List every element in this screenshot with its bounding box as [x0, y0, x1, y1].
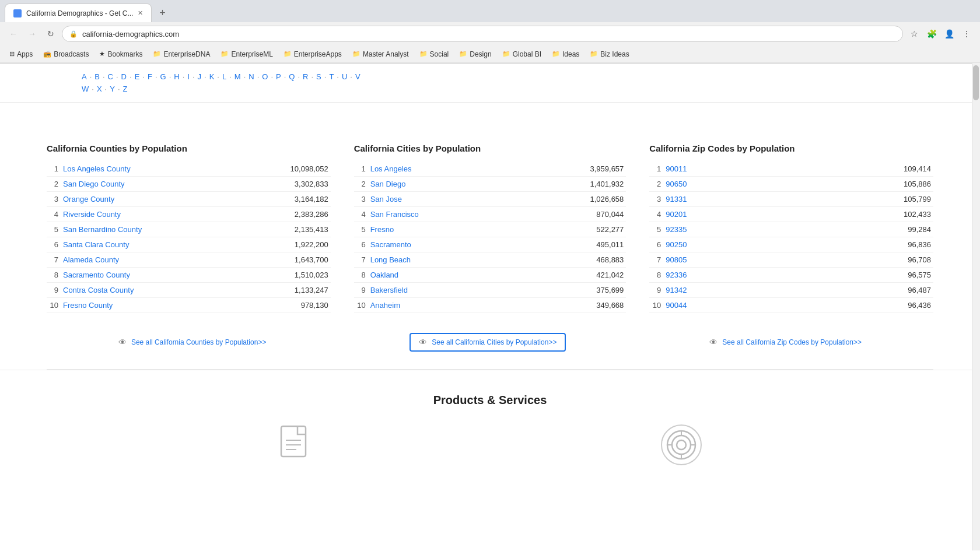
alpha-G[interactable]: G — [160, 72, 166, 81]
alpha-N[interactable]: N — [249, 72, 254, 81]
county-link[interactable]: Riverside County — [63, 210, 121, 219]
zipcode-link[interactable]: 92335 — [666, 225, 687, 234]
alpha-S[interactable]: S — [316, 72, 321, 81]
alpha-W[interactable]: W — [82, 85, 89, 93]
zipcode-link[interactable]: 90650 — [666, 180, 687, 188]
rank-cell: 6 — [47, 237, 61, 252]
table-row: 4 San Francisco 870,044 — [354, 207, 626, 222]
city-link[interactable]: San Jose — [370, 195, 402, 203]
city-link[interactable]: Fresno — [370, 225, 394, 234]
alpha-B[interactable]: B — [94, 72, 100, 81]
alpha-D[interactable]: D — [121, 72, 127, 81]
menu-button[interactable]: ⋮ — [959, 26, 974, 41]
county-link[interactable]: Santa Clara County — [63, 240, 129, 249]
bookmark-enterprisedna[interactable]: 📁 EnterpriseDNA — [149, 49, 214, 59]
bookmark-globalbi[interactable]: 📁 Global BI — [499, 49, 545, 59]
scrollbar-thumb[interactable] — [973, 65, 979, 100]
alpha-E[interactable]: E — [135, 72, 140, 81]
zipcode-link[interactable]: 91342 — [666, 286, 687, 294]
forward-button[interactable]: → — [24, 26, 40, 41]
zipcode-link[interactable]: 90011 — [666, 164, 687, 173]
alpha-M[interactable]: M — [235, 72, 241, 81]
alpha-I[interactable]: I — [187, 72, 190, 81]
bookmark-broadcasts[interactable]: 📻 Broadcasts — [40, 49, 92, 59]
active-tab[interactable]: California Demographics - Get C... ✕ — [5, 3, 152, 22]
extensions-button[interactable]: 🧩 — [924, 26, 939, 41]
refresh-button[interactable]: ↻ — [43, 26, 58, 41]
rank-cell: 1 — [354, 162, 368, 177]
population-cell: 1,133,247 — [239, 283, 330, 298]
zipcodes-title: California Zip Codes by Population — [649, 143, 933, 153]
bookmark-bizideas[interactable]: 📁 Biz Ideas — [586, 49, 632, 59]
bookmark-masteranalyst[interactable]: 📁 Master Analyst — [349, 49, 412, 59]
bookmark-enterpriseml[interactable]: 📁 EnterpriseML — [217, 49, 276, 59]
city-link[interactable]: Sacramento — [370, 240, 411, 249]
county-link[interactable]: Contra Costa County — [63, 286, 134, 294]
zipcode-link[interactable]: 92336 — [666, 271, 687, 279]
see-all-counties-link[interactable]: 👁 See all California Counties by Populat… — [118, 333, 266, 352]
alpha-H[interactable]: H — [174, 72, 179, 81]
county-link[interactable]: Sacramento County — [63, 271, 130, 279]
population-cell: 421,042 — [518, 268, 626, 283]
population-cell: 96,708 — [783, 252, 933, 268]
city-link[interactable]: Los Angeles — [370, 164, 412, 173]
tab-title: California Demographics - Get C... — [26, 9, 133, 17]
alpha-T[interactable]: T — [329, 72, 334, 81]
population-cell: 105,886 — [783, 177, 933, 192]
see-all-zipcodes-link[interactable]: 👁 See all California Zip Codes by Popula… — [709, 333, 862, 352]
zipcode-link[interactable]: 90250 — [666, 240, 687, 249]
zipcode-name-cell: 92335 — [663, 222, 783, 237]
alpha-J[interactable]: J — [198, 72, 202, 81]
alpha-O[interactable]: O — [262, 72, 268, 81]
zipcode-link[interactable]: 90044 — [666, 301, 687, 310]
county-link[interactable]: San Bernardino County — [63, 225, 142, 234]
city-link[interactable]: Oakland — [370, 271, 398, 279]
table-row: 5 Fresno 522,277 — [354, 222, 626, 237]
alpha-P[interactable]: P — [276, 72, 281, 81]
alpha-V[interactable]: V — [355, 72, 360, 81]
county-link[interactable]: Orange County — [63, 195, 114, 203]
bookmark-apps[interactable]: ⊞ Apps — [6, 49, 36, 59]
city-link[interactable]: Anaheim — [370, 301, 400, 310]
city-link[interactable]: San Francisco — [370, 210, 419, 219]
alpha-X[interactable]: X — [97, 85, 102, 93]
bookmark-social[interactable]: 📁 Social — [416, 49, 453, 59]
alpha-R[interactable]: R — [303, 72, 308, 81]
county-link[interactable]: Los Angeles County — [63, 164, 131, 173]
alpha-Y[interactable]: Y — [110, 85, 115, 93]
back-button[interactable]: ← — [6, 26, 21, 41]
table-row: 7 90805 96,708 — [649, 252, 933, 268]
scrollbar[interactable] — [972, 63, 980, 550]
profile-button[interactable]: 👤 — [942, 26, 957, 41]
tab-bar: California Demographics - Get C... ✕ + — [0, 0, 980, 22]
county-link[interactable]: Alameda County — [63, 255, 119, 264]
city-link[interactable]: Long Beach — [370, 255, 411, 264]
city-link[interactable]: San Diego — [370, 180, 406, 188]
city-link[interactable]: Bakersfield — [370, 286, 408, 294]
county-link[interactable]: San Diego County — [63, 180, 125, 188]
alpha-L[interactable]: L — [222, 72, 226, 81]
new-tab-button[interactable]: + — [154, 5, 170, 21]
rank-cell: 7 — [47, 252, 61, 268]
zipcode-link[interactable]: 91331 — [666, 195, 687, 203]
alpha-Z[interactable]: Z — [123, 85, 128, 93]
alpha-U[interactable]: U — [342, 72, 347, 81]
bookmark-bookmarks[interactable]: ★ Bookmarks — [96, 49, 146, 59]
bookmark-enterpriseapps[interactable]: 📁 EnterpriseApps — [280, 49, 345, 59]
see-all-cities-link[interactable]: 👁 See all California Cities by Populatio… — [410, 333, 566, 352]
address-bar[interactable]: 🔒 california-demographics.com — [62, 26, 903, 42]
alpha-A[interactable]: A — [82, 72, 87, 81]
star-button[interactable]: ☆ — [907, 26, 922, 41]
alpha-F[interactable]: F — [148, 72, 152, 81]
tab-close-button[interactable]: ✕ — [138, 9, 143, 17]
bookmark-design[interactable]: 📁 Design — [456, 49, 495, 59]
alpha-K[interactable]: K — [209, 72, 215, 81]
county-link[interactable]: Fresno County — [63, 301, 113, 310]
alpha-C[interactable]: C — [108, 72, 113, 81]
zipcode-link[interactable]: 90201 — [666, 210, 687, 219]
alpha-Q[interactable]: Q — [289, 72, 295, 81]
population-cell: 1,510,023 — [239, 268, 330, 283]
zipcode-link[interactable]: 90805 — [666, 255, 687, 264]
bookmark-ideas[interactable]: 📁 Ideas — [548, 49, 583, 59]
zipcode-name-cell: 91331 — [663, 192, 783, 207]
